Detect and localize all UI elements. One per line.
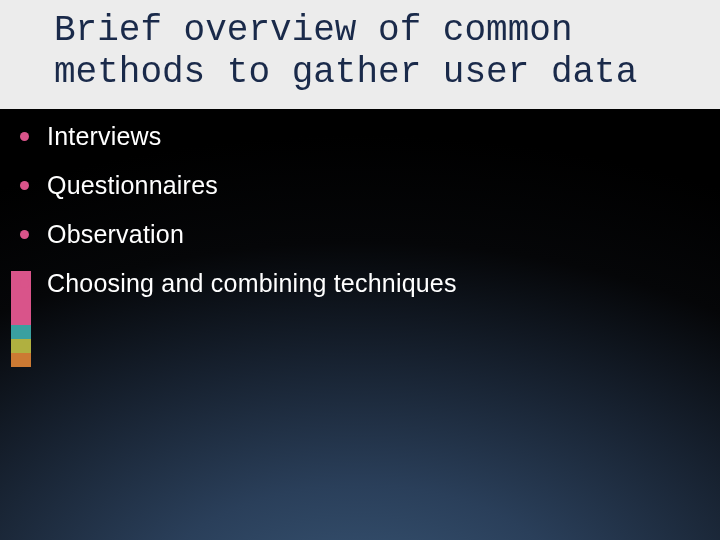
bullet-icon [20, 181, 29, 190]
slide: Brief overview of common methods to gath… [0, 0, 720, 540]
list-item-text: Observation [47, 220, 184, 249]
list-item: Choosing and combining techniques [20, 269, 690, 298]
bullet-icon [20, 132, 29, 141]
accent-bar-olive [11, 339, 31, 353]
title-band: Brief overview of common methods to gath… [0, 0, 720, 109]
list-item: Interviews [20, 122, 690, 151]
list-item: Observation [20, 220, 690, 249]
list-item: Questionnaires [20, 171, 690, 200]
accent-bar-orange [11, 353, 31, 367]
bullet-icon [20, 279, 29, 288]
list-item-text: Questionnaires [47, 171, 218, 200]
accent-bar-teal [11, 325, 31, 339]
list-item-text: Choosing and combining techniques [47, 269, 457, 298]
bullet-list: Interviews Questionnaires Observation Ch… [20, 122, 690, 318]
list-item-text: Interviews [47, 122, 162, 151]
slide-title: Brief overview of common methods to gath… [54, 10, 720, 95]
bullet-icon [20, 230, 29, 239]
